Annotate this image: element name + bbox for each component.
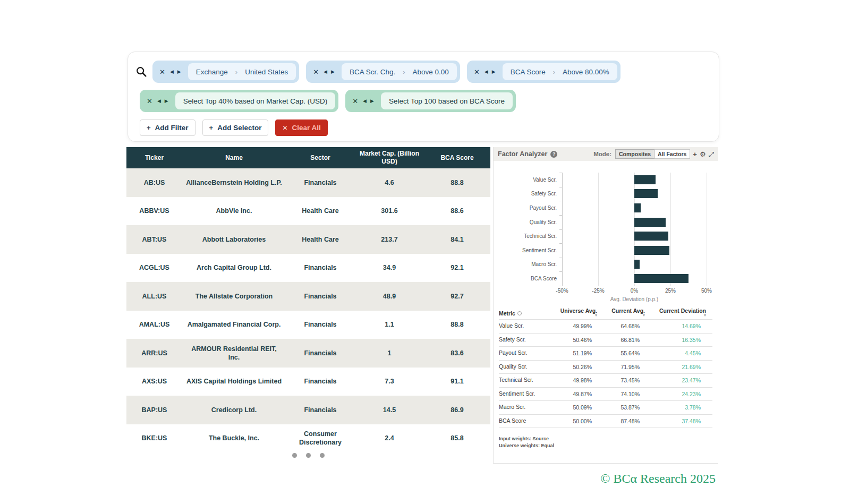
metrics-row: Payout Scr.51.19%55.64%4.45% bbox=[499, 346, 712, 360]
pagination-dot[interactable] bbox=[292, 453, 297, 458]
move-right-icon[interactable]: ▶ bbox=[492, 70, 496, 74]
cell: ACGL:US bbox=[126, 261, 182, 274]
cell: Financials bbox=[286, 404, 355, 416]
move-left-icon[interactable]: ◀ bbox=[363, 99, 367, 104]
cell: 213.7 bbox=[355, 233, 424, 246]
metrics-row: Value Scr.49.99%64.68%14.69% bbox=[499, 319, 712, 333]
screener-table: TickerNameSectorMarket Cap. (Billion USD… bbox=[126, 147, 490, 452]
table-row[interactable]: BKE:USThe Buckle, Inc.Consumer Discretio… bbox=[126, 424, 490, 453]
column-header[interactable]: Name bbox=[182, 154, 286, 162]
filter-pill: ✕◀▶BCA Scr. Chg.›Above 0.00 bbox=[306, 61, 460, 83]
metrics-row: Macro Scr.50.09%53.87%3.78% bbox=[499, 400, 712, 414]
expand-icon[interactable]: ⤢ bbox=[709, 151, 714, 158]
table-row[interactable]: AB:USAllianceBernstein Holding L.P.Finan… bbox=[126, 168, 490, 197]
sort-icon: ▾ bbox=[704, 314, 706, 317]
mode-all-factors-button[interactable]: All Factors bbox=[654, 149, 690, 159]
filter-pill-body[interactable]: BCA Score›Above 80.00% bbox=[503, 63, 617, 80]
table-row[interactable]: BAP:USCredicorp Ltd.Financials14.586.9 bbox=[126, 396, 490, 424]
table-row[interactable]: AMAL:USAmalgamated Financial Corp.Financ… bbox=[126, 311, 490, 339]
move-left-icon[interactable]: ◀ bbox=[157, 99, 161, 104]
remove-filter-icon[interactable]: ✕ bbox=[159, 69, 165, 75]
pagination-dot[interactable] bbox=[306, 453, 311, 458]
column-header[interactable]: Sector bbox=[286, 154, 355, 162]
metric-column-header[interactable]: Metric bbox=[499, 310, 547, 317]
gear-icon[interactable]: ⚙ bbox=[700, 151, 706, 158]
move-right-icon[interactable]: ▶ bbox=[370, 99, 374, 104]
factor-analyzer-header: Factor Analyzer ? Mode: Composites All F… bbox=[494, 147, 718, 161]
cell: ABBV:US bbox=[126, 204, 182, 217]
move-left-icon[interactable]: ◀ bbox=[170, 70, 174, 74]
column-header[interactable]: BCA Score bbox=[424, 154, 490, 162]
current-avg-value: 53.87% bbox=[592, 404, 640, 411]
chart-bar bbox=[634, 274, 688, 283]
cell: The Allstate Corporation bbox=[182, 290, 286, 303]
table-row[interactable]: ABBV:USAbbVie Inc.Health Care301.688.6 bbox=[126, 197, 490, 226]
table-row[interactable]: ARR:USARMOUR Residential REIT, Inc.Finan… bbox=[126, 339, 490, 368]
gridline bbox=[707, 173, 707, 286]
remove-selector-icon[interactable]: ✕ bbox=[147, 98, 152, 105]
selector-pill-body[interactable]: Select Top 40% based on Market Cap. (USD… bbox=[175, 92, 335, 109]
cell: AB:US bbox=[126, 176, 182, 189]
universe-avg-value: 49.99% bbox=[547, 323, 592, 329]
table-row[interactable]: ACGL:USArch Capital Group Ltd.Financials… bbox=[126, 254, 490, 283]
remove-filter-icon[interactable]: ✕ bbox=[474, 69, 480, 75]
search-icon[interactable] bbox=[135, 66, 147, 78]
filter-field: BCA Score bbox=[511, 68, 546, 76]
cell: Amalgamated Financial Corp. bbox=[182, 318, 286, 331]
cell: 88.8 bbox=[424, 318, 490, 331]
filter-pill: ✕◀▶Exchange›United States bbox=[152, 61, 299, 83]
current-avg-value: 73.45% bbox=[592, 377, 640, 383]
cell: 7.3 bbox=[355, 375, 424, 388]
x-tick-label: -25% bbox=[592, 288, 604, 294]
table-row[interactable]: AXS:USAXIS Capital Holdings LimitedFinan… bbox=[126, 368, 490, 396]
cell: 88.6 bbox=[424, 204, 490, 217]
column-header[interactable]: Ticker bbox=[126, 154, 182, 162]
move-left-icon[interactable]: ◀ bbox=[484, 70, 488, 74]
filter-pill-body[interactable]: Exchange›United States bbox=[188, 63, 296, 80]
move-right-icon[interactable]: ▶ bbox=[331, 70, 335, 74]
add-selector-button[interactable]: + Add Selector bbox=[202, 119, 269, 136]
filter-pill-body[interactable]: BCA Scr. Chg.›Above 0.00 bbox=[342, 63, 457, 80]
cell: 1 bbox=[355, 347, 424, 360]
header-label: Current Avg. bbox=[611, 307, 645, 314]
metric-column-header[interactable]: Universe Avg.▾ bbox=[547, 307, 597, 317]
chart-category-label: Quality Scr. bbox=[494, 219, 562, 225]
selector-pill-body[interactable]: Select Top 100 based on BCA Score bbox=[381, 92, 513, 109]
clear-all-button[interactable]: ✕ Clear All bbox=[275, 119, 327, 136]
chart-bar-track bbox=[562, 243, 707, 258]
move-right-icon[interactable]: ▶ bbox=[177, 70, 181, 74]
column-header[interactable]: Market Cap. (Billion USD) bbox=[355, 150, 424, 166]
add-filter-button[interactable]: + Add Filter bbox=[140, 119, 196, 136]
metrics-row: Technical Scr.49.98%73.45%23.47% bbox=[499, 373, 712, 387]
filter-actions: + Add Filter + Add Selector ✕ Clear All bbox=[140, 119, 328, 136]
cell: ARMOUR Residential REIT, Inc. bbox=[182, 343, 286, 364]
cell: BAP:US bbox=[126, 404, 182, 416]
mode-composites-button[interactable]: Composites bbox=[615, 149, 654, 159]
remove-filter-icon[interactable]: ✕ bbox=[313, 69, 319, 75]
table-row[interactable]: ABT:USAbbott LaboratoriesHealth Care213.… bbox=[126, 225, 490, 254]
chart-category-label: BCA Score bbox=[494, 276, 562, 281]
metric-name: Value Scr. bbox=[499, 322, 541, 330]
axis-tick bbox=[559, 286, 562, 286]
footnote: Input weights: Source bbox=[499, 435, 718, 442]
universe-avg-value: 50.09% bbox=[547, 404, 592, 411]
table-row[interactable]: ALL:USThe Allstate CorporationFinancials… bbox=[126, 282, 490, 311]
move-left-icon[interactable]: ◀ bbox=[324, 70, 327, 74]
add-icon[interactable]: + bbox=[693, 151, 697, 158]
chart-bar bbox=[634, 203, 641, 212]
metric-column-header[interactable]: Current Avg.▾ bbox=[597, 307, 645, 317]
metrics-row: Sentiment Scr.49.87%74.10%24.23% bbox=[499, 387, 712, 401]
pagination-dot[interactable] bbox=[320, 453, 325, 458]
current-deviation-value: 37.48% bbox=[640, 418, 701, 424]
current-deviation-value: 3.78% bbox=[640, 404, 701, 411]
move-right-icon[interactable]: ▶ bbox=[165, 99, 168, 104]
chart-bars: Value Scr.Safety Scr.Payout Scr.Quality … bbox=[494, 173, 707, 286]
chart-bar-track bbox=[562, 258, 707, 272]
current-deviation-value: 21.69% bbox=[640, 364, 701, 370]
remove-selector-icon[interactable]: ✕ bbox=[352, 98, 358, 105]
metric-column-header[interactable]: Current Deviation▾ bbox=[645, 307, 706, 317]
selector-label: Select Top 40% based on Market Cap. (USD… bbox=[183, 97, 327, 105]
chart-bar bbox=[634, 189, 658, 198]
help-icon[interactable]: ? bbox=[550, 151, 557, 158]
chart-category-label: Payout Scr. bbox=[494, 205, 562, 211]
